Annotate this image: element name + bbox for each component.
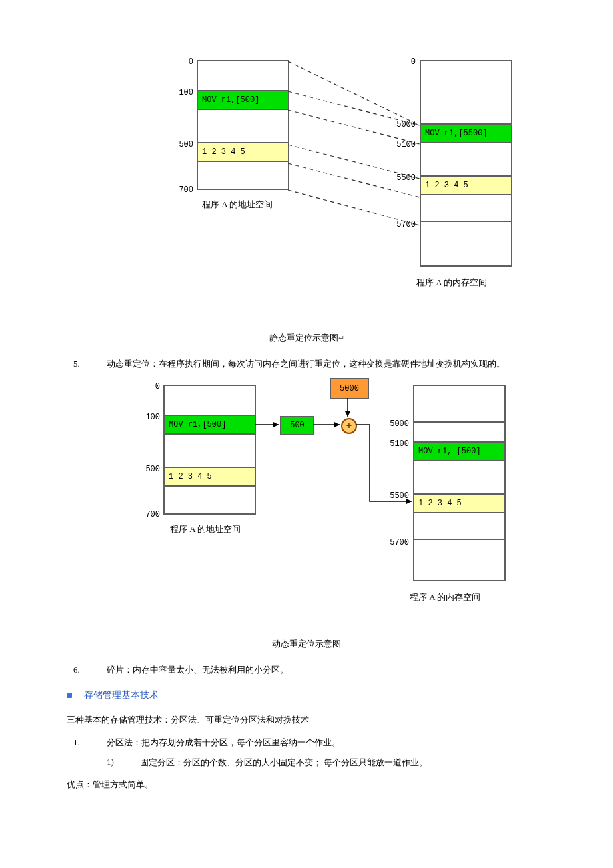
- left-memory-column: MOV r1,[500] 1 2 3 4 5: [197, 60, 289, 190]
- tick-label: 0: [133, 382, 160, 391]
- tick-label: 700: [167, 185, 193, 195]
- left-memory-column-dyn: MOV r1,[500] 1 2 3 4 5: [163, 385, 256, 515]
- left-mov-cell-dyn: MOV r1,[500]: [165, 416, 255, 435]
- sublist-number: 1): [100, 757, 140, 769]
- list-number: 6.: [67, 663, 107, 677]
- bullet-icon: [67, 693, 72, 698]
- tick-label: 0: [167, 57, 193, 67]
- right-data-cell-dyn: 1 2 3 4 5: [414, 495, 504, 513]
- tick-label: 5100: [389, 140, 416, 149]
- section-title: 存储管理基本技术: [84, 689, 159, 701]
- svg-line-0: [288, 61, 420, 125]
- list-item-5: 5. 动态重定位：在程序执行期间，每次访问内存之间进行重定位，这种变换是靠硬件地…: [67, 357, 546, 371]
- list-body: 碎片：内存中容量太小、无法被利用的小分区。: [107, 663, 546, 677]
- tick-label: 5700: [382, 538, 409, 547]
- tick-label: 5500: [382, 491, 409, 501]
- right-col-caption: 程序 A 的内存空间: [416, 277, 487, 289]
- tick-label: 500: [167, 140, 193, 149]
- base-register-box: 5000: [330, 378, 369, 399]
- tick-label: 0: [389, 57, 416, 67]
- right-memory-column-dyn: MOV r1, [500] 1 2 3 4 5: [413, 385, 506, 581]
- advantage-paragraph: 优点：管理方式简单。: [67, 778, 546, 792]
- sublist-item-1: 1) 固定分区：分区的个数、分区的大小固定不变； 每个分区只能放一道作业。: [100, 757, 546, 769]
- figure-caption-2: 动态重定位示意图: [67, 638, 546, 650]
- intro-paragraph: 三种基本的存储管理技术：分区法、可重定位分区法和对换技术: [67, 713, 546, 727]
- tick-label: 100: [133, 413, 160, 422]
- right-memory-column: MOV r1,[5500] 1 2 3 4 5: [420, 60, 512, 267]
- sublist-body: 固定分区：分区的个数、分区的大小固定不变； 每个分区只能放一道作业。: [140, 757, 546, 769]
- tick-label: 500: [133, 465, 160, 474]
- figure-caption-1: 静态重定位示意图↵: [67, 332, 546, 344]
- left-col-caption-dyn: 程序 A 的地址空间: [170, 523, 241, 535]
- left-col-caption: 程序 A 的地址空间: [202, 199, 273, 211]
- list-item-part1: 1. 分区法：把内存划分成若干分区，每个分区里容纳一个作业。: [67, 736, 546, 750]
- right-mov-cell-dyn: MOV r1, [500]: [414, 443, 504, 461]
- dynamic-relocation-diagram: MOV r1,[500] 1 2 3 4 5 0 100 500 700 程序 …: [107, 378, 546, 631]
- list-number: 1.: [67, 736, 107, 750]
- section-bullet: 存储管理基本技术: [67, 689, 546, 701]
- list-body: 动态重定位：在程序执行期间，每次访问内存之间进行重定位，这种变换是靠硬件地址变换…: [107, 357, 546, 371]
- right-mov-cell: MOV r1,[5500]: [421, 125, 511, 143]
- list-item-6: 6. 碎片：内存中容量太小、无法被利用的小分区。: [67, 663, 546, 677]
- tick-label: 100: [167, 88, 193, 97]
- tick-label: 5500: [389, 173, 416, 183]
- tick-label: 700: [133, 510, 160, 519]
- right-data-cell: 1 2 3 4 5: [421, 177, 511, 195]
- tick-label: 5700: [389, 220, 416, 229]
- left-data-cell-dyn: 1 2 3 4 5: [165, 468, 255, 487]
- list-body: 分区法：把内存划分成若干分区，每个分区里容纳一个作业。: [107, 736, 546, 750]
- tick-label: 5100: [382, 439, 409, 449]
- static-relocation-diagram: MOV r1,[500] 1 2 3 4 5 0 100 500 700 程序 …: [107, 53, 546, 327]
- addr-box: 500: [280, 416, 314, 435]
- adder-icon: +: [341, 418, 357, 434]
- left-mov-cell: MOV r1,[500]: [198, 91, 288, 110]
- list-number: 5.: [67, 357, 107, 371]
- tick-label: 5000: [389, 120, 416, 129]
- left-data-cell: 1 2 3 4 5: [198, 143, 288, 162]
- right-col-caption-dyn: 程序 A 的内存空间: [410, 591, 480, 603]
- tick-label: 5000: [382, 419, 409, 429]
